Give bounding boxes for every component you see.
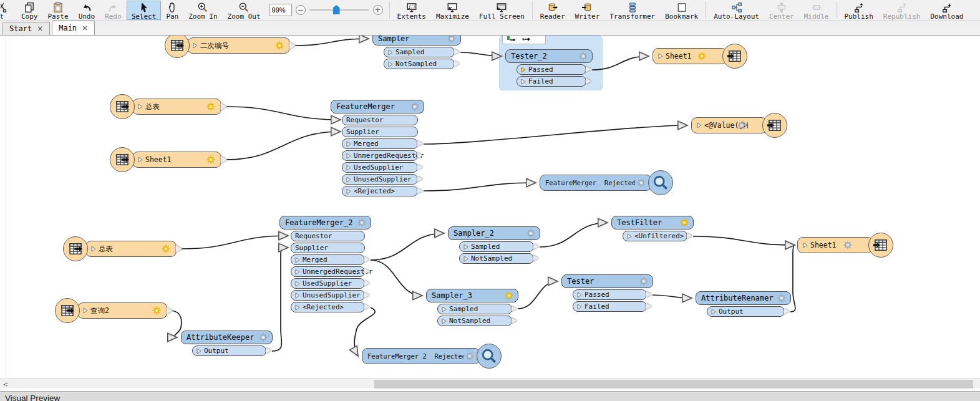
transformer-title-bar[interactable]: Tester_2	[505, 49, 593, 63]
port-merged[interactable]: Merged	[291, 254, 365, 265]
tab-close-icon[interactable]: ×	[37, 24, 43, 33]
wire-e1[interactable]	[294, 39, 369, 46]
reader-node-body[interactable]: Sheet1	[132, 152, 221, 168]
node-sampler-3[interactable]: Sampler_3 SampledNotSampled	[426, 289, 533, 330]
toolbar-button-maximize[interactable]: Maximize	[431, 1, 474, 20]
port-unusedsupplier[interactable]: UnusedSupplier	[291, 290, 365, 301]
toolbar-button-pan[interactable]: Pan	[161, 1, 183, 20]
gear-icon[interactable]	[152, 306, 162, 316]
transformer-title-bar[interactable]: AttributeKeeper	[181, 331, 273, 344]
port-sampled[interactable]: Sampled	[384, 47, 455, 57]
output-connector[interactable]	[289, 42, 296, 49]
toolbar-button-reader[interactable]: Reader	[535, 1, 570, 20]
port-passed[interactable]: Passed	[517, 64, 586, 75]
transformer-title-bar[interactable]: Sampler	[372, 36, 461, 46]
transformer-title-bar[interactable]: FeatureMerger	[331, 100, 424, 114]
port-unmergedrequestor[interactable]: UnmergedRequestor	[291, 266, 365, 277]
gear-icon[interactable]	[465, 351, 475, 361]
tab-close-icon[interactable]: ×	[82, 24, 88, 32]
node-featuremerger-2[interactable]: FeatureMerger_2 RequestorSupplierMergedU…	[279, 216, 386, 316]
gear-icon[interactable]	[206, 102, 216, 112]
port-unfiltered[interactable]: <Unfiltered>	[623, 231, 687, 241]
gear-icon[interactable]	[504, 291, 514, 301]
toolbar-button-download[interactable]: Download	[925, 1, 968, 20]
reader-node-body[interactable]: 总表	[132, 99, 221, 115]
zoom-percent-input[interactable]	[269, 4, 292, 16]
gear-icon[interactable]	[206, 155, 216, 165]
node-reader-sheet1[interactable]: Sheet1	[110, 147, 234, 172]
wire-e4[interactable]	[226, 107, 341, 120]
port-supplier[interactable]: Supplier	[342, 127, 418, 137]
node-testfilter[interactable]: TestFilter <Unfiltered>	[611, 216, 709, 245]
transformer-title-bar[interactable]: Tester	[561, 274, 653, 288]
tab-main[interactable]: Main ×	[52, 21, 95, 35]
reader-node-body[interactable]: 总表	[85, 241, 177, 257]
port-notsampled[interactable]: NotSampled	[384, 59, 455, 69]
visual-preview-panel-header[interactable]: Visual Preview	[0, 391, 980, 401]
node-inspector-featuremerger-2-rejected[interactable]: FeatureMerger_2__Rejected_	[362, 344, 509, 369]
wire-e8[interactable]	[181, 236, 288, 249]
port-merged[interactable]: Merged	[342, 138, 418, 149]
port-output[interactable]: Output	[192, 345, 266, 356]
toolbar-button-select[interactable]: Select	[127, 1, 162, 20]
node-writer-sheet1-top[interactable]: Sheet1	[653, 44, 752, 69]
node-featuremerger[interactable]: FeatureMerger RequestorSupplierMergedUnm…	[331, 100, 439, 200]
toolbar-button-paste[interactable]: Paste	[43, 1, 74, 20]
gear-icon[interactable]	[258, 332, 268, 342]
gear-icon[interactable]	[777, 293, 787, 303]
transformer-title-bar[interactable]: TestFilter	[611, 216, 694, 229]
wire-e5[interactable]	[226, 132, 341, 160]
tab-start[interactable]: Start ×	[2, 22, 50, 35]
horizontal-scrollbar[interactable]: <	[0, 379, 980, 389]
toolbar-button-zoom-out[interactable]: Zoom Out	[223, 1, 266, 20]
node-inspector-featuremerger-rejected[interactable]: FeatureMerger__Rejected_	[540, 170, 681, 195]
inspector-node-body[interactable]: FeatureMerger__Rejected_	[540, 175, 652, 191]
node-reader-chaxun2[interactable]: 查询2	[55, 298, 180, 323]
gear-icon[interactable]	[447, 36, 457, 44]
port-sampled[interactable]: Sampled	[437, 304, 512, 314]
node-tester[interactable]: Tester PassedFailed	[561, 274, 668, 316]
inspector-node-body[interactable]: FeatureMerger_2__Rejected_	[362, 348, 480, 364]
toolbar-button-full-screen[interactable]: Full Screen	[474, 1, 530, 20]
node-tester-2[interactable]: Tester_2 PassedFailed	[505, 49, 608, 90]
port-unmergedrequestor[interactable]: UnmergedRequestor	[342, 150, 418, 161]
workflow-canvas[interactable]: 二次编号 Sampler SampledNotSampled Tester_2 …	[0, 36, 980, 379]
writer-node-body[interactable]: Sheet1	[653, 48, 727, 64]
node-reader-zongbiao-bottom[interactable]: 总表	[63, 236, 189, 261]
node-reader-erci-bianhao[interactable]: 二次编号	[165, 36, 303, 58]
gear-icon[interactable]	[357, 218, 367, 228]
scrollbar-thumb[interactable]	[374, 380, 973, 389]
node-attributekeeper[interactable]: AttributeKeeper Output	[181, 331, 288, 360]
node-writer-value-xiangzhen[interactable]: <@Value(乡镇)>	[691, 113, 792, 138]
toolbar-button-zoom-in[interactable]: Zoom In	[183, 1, 222, 20]
gear-icon[interactable]	[526, 228, 536, 238]
output-connector[interactable]	[176, 245, 182, 253]
gear-icon[interactable]	[697, 51, 707, 61]
port-passed[interactable]: Passed	[573, 289, 647, 300]
port-failed[interactable]: Failed	[517, 76, 586, 87]
port-failed[interactable]: Failed	[573, 301, 647, 312]
toolbar-button-auto-layout[interactable]: Auto-Layout	[709, 1, 764, 20]
port-requestor[interactable]: Requestor	[291, 231, 365, 241]
insert-transformer-icon[interactable]	[507, 36, 517, 46]
gear-icon[interactable]	[578, 51, 588, 61]
transformer-title-bar[interactable]: FeatureMerger_2	[279, 216, 371, 229]
port-output[interactable]: Output	[707, 306, 785, 317]
writer-node-body[interactable]: Sheet1	[797, 237, 873, 253]
port-requestor[interactable]: Requestor	[342, 115, 418, 125]
gear-icon[interactable]	[636, 178, 646, 188]
toolbar-button-extents[interactable]: Extents	[392, 1, 431, 20]
gear-icon[interactable]	[843, 240, 853, 250]
gear-icon[interactable]	[639, 276, 649, 286]
port-notsampled[interactable]: NotSampled	[437, 316, 512, 326]
reader-node-body[interactable]: 查询2	[77, 302, 167, 319]
gear-icon[interactable]	[410, 102, 420, 112]
gear-icon[interactable]	[737, 120, 747, 130]
wire-e6[interactable]	[424, 125, 687, 144]
transformer-title-bar[interactable]: AttributeRenamer	[696, 291, 791, 305]
node-reader-zongbiao-top[interactable]: 总表	[110, 94, 234, 119]
toolbar-button-bookmark[interactable]: Bookmark	[660, 1, 703, 20]
node-attributerenamer[interactable]: AttributeRenamer Output	[696, 291, 806, 321]
toolbar-button-writer[interactable]: Writer	[570, 1, 605, 20]
node-sampler-2[interactable]: Sampler_2 SampledNotSampled	[448, 226, 555, 268]
